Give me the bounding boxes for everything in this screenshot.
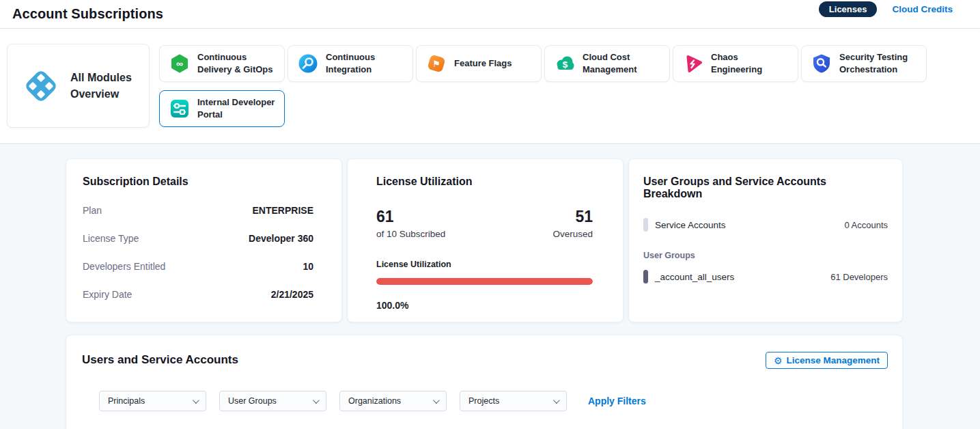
utilization-progress-bar [376,278,593,285]
projects-filter-dropdown[interactable]: Projects [460,391,567,411]
license-management-label: License Management [786,355,880,365]
detail-label: Expiry Date [83,289,132,300]
detail-value: 10 [303,261,313,272]
module-card-cloud-cost[interactable]: $ Cloud Cost Management [544,45,670,82]
license-utilization-title: License Utilization [376,176,593,188]
utilization-numbers: 61 of 10 Subscribed 51 Overused [376,208,593,239]
dropdown-label: Projects [468,396,499,406]
gear-icon: ⚙ [774,356,783,365]
user-group-value: 61 Developers [830,272,888,282]
tab-licenses[interactable]: Licenses [819,1,878,17]
detail-row-license-type: License Type Developer 360 [83,233,313,244]
service-accounts-value: 0 Accounts [844,220,888,230]
overused-caption: Overused [552,229,593,239]
filters-row: Principals User Groups Organizations Pro… [99,391,646,411]
detail-row-developers-entitled: Developers Entitled 10 [83,261,313,272]
detail-row-expiry-date: Expiry Date 2/21/2025 [83,289,313,300]
user-group-label: _account_all_users [655,272,734,282]
principals-filter-dropdown[interactable]: Principals [99,391,206,411]
sto-icon [811,53,832,74]
detail-value: ENTERPRISE [253,205,313,216]
license-management-button[interactable]: ⚙ License Management [766,352,888,369]
apply-filters-link[interactable]: Apply Filters [588,396,646,406]
feature-flags-icon: ⚑ [426,53,447,74]
breakdown-card: User Groups and Service Accounts Breakdo… [628,158,903,322]
module-nav: All Modules Overview ∞ Continuous Delive… [0,29,980,144]
module-card-security-testing[interactable]: Security Testing Orchestration [801,45,927,82]
detail-value: Developer 360 [249,233,313,244]
users-section-title: Users and Service Accounts [82,353,238,367]
page-title: Account Subscriptions [12,6,163,22]
summary-cards-row: Subscription Details Plan ENTERPRISE Lic… [66,158,903,322]
module-card-internal-developer-portal[interactable]: Internal Developer Portal [159,90,285,127]
cd-gitops-icon: ∞ [169,53,190,74]
dropdown-label: Principals [108,396,145,406]
content-area: Subscription Details Plan ENTERPRISE Lic… [0,144,980,429]
svg-text:$: $ [563,59,568,70]
account-subscriptions-page: Account Subscriptions Licenses Cloud Cre… [0,0,980,429]
module-card-label: Internal Developer Portal [197,96,277,121]
used-count-block: 61 of 10 Subscribed [376,208,445,239]
chevron-down-icon [193,397,199,404]
detail-label: Developers Entitled [83,261,165,272]
ccm-icon: $ [555,53,575,74]
service-accounts-marker [643,218,648,232]
organizations-filter-dropdown[interactable]: Organizations [339,391,447,411]
user-groups-heading: User Groups [643,251,888,260]
all-modules-icon [20,65,62,107]
breakdown-title: User Groups and Service Accounts Breakdo… [643,176,888,200]
all-modules-overview-card[interactable]: All Modules Overview [7,44,150,128]
module-card-label: Chaos Engineering [711,51,791,76]
chevron-down-icon [313,397,320,404]
used-count: 61 [376,208,445,225]
svg-text:⚑: ⚑ [432,59,440,69]
tab-cloud-credits[interactable]: Cloud Credits [892,4,953,14]
module-card-label: Continuous Integration [326,51,406,76]
service-accounts-label: Service Accounts [655,220,726,230]
user-group-marker [643,270,648,283]
user-groups-filter-dropdown[interactable]: User Groups [219,391,326,411]
service-accounts-row: Service Accounts 0 Accounts [643,218,888,232]
chevron-down-icon [433,397,440,404]
module-card-chaos-engineering[interactable]: Chaos Engineering [673,45,798,82]
detail-label: License Type [83,233,139,244]
all-modules-overview-label: All Modules Overview [70,70,139,101]
detail-value: 2/21/2025 [271,289,313,300]
header-tabs: Licenses Cloud Credits [819,1,953,17]
idp-icon [169,98,190,119]
module-card-continuous-delivery[interactable]: ∞ Continuous Delivery & GitOps [159,45,285,82]
chevron-down-icon [553,397,560,404]
detail-label: Plan [83,205,102,216]
module-card-label: Cloud Cost Management [583,51,662,76]
module-card-label: Continuous Delivery & GitOps [197,51,277,76]
page-header: Account Subscriptions Licenses Cloud Cre… [0,0,980,29]
chaos-icon [683,53,703,74]
users-service-accounts-card: Users and Service Accounts ⚙ License Man… [66,335,903,429]
module-card-label: Feature Flags [454,57,512,70]
subscription-details-title: Subscription Details [83,176,313,188]
utilization-percent: 100.0% [376,300,593,311]
module-card-feature-flags[interactable]: ⚑ Feature Flags [416,45,542,82]
utilization-bar-label: License Utilization [376,260,593,269]
license-utilization-card: License Utilization 61 of 10 Subscribed … [347,158,624,322]
dropdown-label: User Groups [228,396,277,406]
user-group-row: _account_all_users 61 Developers [643,270,888,283]
dropdown-label: Organizations [348,396,401,406]
ci-icon [298,53,318,74]
detail-row-plan: Plan ENTERPRISE [83,205,313,216]
module-card-continuous-integration[interactable]: Continuous Integration [288,45,413,82]
module-card-label: Security Testing Orchestration [839,51,919,76]
utilization-progress-fill [376,278,593,285]
overused-count-block: 51 Overused [552,208,593,239]
subscription-details-card: Subscription Details Plan ENTERPRISE Lic… [66,158,342,322]
overused-count: 51 [552,208,593,225]
svg-text:∞: ∞ [176,58,183,69]
used-caption: of 10 Subscribed [376,229,445,239]
